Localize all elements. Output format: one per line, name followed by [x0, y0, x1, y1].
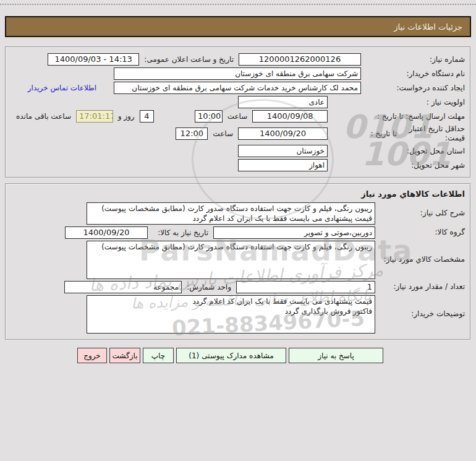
view-attached-docs-button[interactable]: مشاهده مدارک پیوستی (1) — [176, 348, 286, 363]
buyer-notes-line1: قیمت پیشنهادی می بایست فقط با یک ایران ک… — [90, 296, 372, 306]
reply-deadline-label: مهلت ارسال پاسخ: تا تاریخ : — [361, 112, 465, 121]
specs-label: مشخصات کالاي مورد نیاز: — [375, 255, 465, 265]
announce-datetime-field[interactable]: 1400/09/03 - 14:13 — [48, 53, 139, 66]
action-button-row: پاسخ به نیاز مشاهده مدارک پیوستی (1) چاپ… — [0, 348, 383, 363]
form-row-province: استان محل تحویل: خوزستان — [11, 145, 465, 157]
hours-remaining-label: ساعت باقی مانده — [11, 112, 76, 121]
quantity-label: تعداد / مقدار مورد نیاز: — [375, 282, 465, 292]
province-label: استان محل تحویل: — [361, 147, 465, 156]
reply-hour-label: ساعت — [223, 112, 253, 121]
goods-section-title: اطلاعات کالاهاي مورد نیاز — [11, 189, 465, 199]
page-title-bar: جزئیات اطلاعات نیاز — [5, 16, 471, 37]
form-row-buyer-notes: توضیحات خریدار: قیمت پیشنهادی می بایست ف… — [11, 295, 465, 334]
form-row-reply-deadline: مهلت ارسال پاسخ: تا تاریخ : 1400/09/08 س… — [11, 110, 465, 123]
need-number-field[interactable]: 1200001262000126 — [239, 53, 361, 66]
buyer-notes-field[interactable]: قیمت پیشنهادی می بایست فقط با یک ایران ک… — [87, 295, 375, 334]
until-date-label: تا تاریخ : — [370, 129, 401, 139]
form-row-price-validity: حداقل تاریخ اعتبار قیمت: تا تاریخ : 1400… — [11, 124, 465, 143]
general-desc-line1: ریبون رنگی، فیلم و کارت جهت استفاده دستگ… — [90, 204, 372, 213]
days-and-label: روز و — [113, 112, 140, 121]
unit-label: واحد شمارش: — [182, 283, 236, 291]
countdown-timer: 17:01:17 — [76, 110, 113, 123]
general-desc-label: شرح کلی نیاز: — [375, 209, 465, 218]
goods-info-groupbox: اطلاعات کالاهاي مورد نیاز شرح کلی نیاز: … — [5, 183, 471, 340]
validity-hour-label: ساعت — [208, 129, 238, 138]
priority-field[interactable]: عادی — [238, 96, 328, 108]
buyer-org-field[interactable]: شرکت سهامی برق منطقه ای خوزستان — [114, 67, 361, 80]
city-field[interactable]: اهواز — [238, 159, 328, 171]
specs-field[interactable]: ریبون رنگی، فیلم و کارت جهت استفاده دستگ… — [87, 241, 375, 279]
need-date-field[interactable]: 1400/09/20 — [65, 226, 148, 239]
reply-deadline-time-field[interactable]: 10:00 — [195, 110, 223, 123]
form-row-creator: ایجاد کننده درخواست: محمد لک کارشناس خری… — [11, 82, 465, 94]
reply-deadline-date-field[interactable]: 1400/09/08 — [252, 110, 328, 123]
announce-datetime-label: تاریخ و ساعت اعلان عمومی: — [139, 55, 239, 64]
form-row-general-desc: شرح کلی نیاز: ریبون رنگی، فیلم و کارت جه… — [11, 202, 465, 225]
goods-group-label: گروه کالا: — [375, 228, 465, 238]
buyer-notes-line2: فاکتور فروش بارگذاری گردد — [90, 306, 372, 316]
price-validity-time-field[interactable]: 12:00 — [176, 127, 208, 140]
back-button[interactable]: بازگشت — [109, 348, 140, 363]
general-desc-field[interactable]: ریبون رنگی، فیلم و کارت جهت استفاده دستگ… — [87, 202, 375, 225]
form-row-quantity: تعداد / مقدار مورد نیاز: 1 واحد شمارش: م… — [11, 281, 465, 293]
province-field[interactable]: خوزستان — [238, 145, 328, 157]
exit-button[interactable]: خروج — [77, 348, 107, 363]
price-validity-date-field[interactable]: 1400/09/20 — [238, 127, 328, 140]
print-button[interactable]: چاپ — [143, 348, 174, 363]
form-row-specs: مشخصات کالاي مورد نیاز: ریبون رنگی، فیلم… — [11, 241, 465, 279]
form-row-city: شهر محل تحویل: اهواز — [11, 159, 465, 171]
general-desc-line2: قیمت پیشنهادی می بایست فقط با یک ایران ک… — [90, 213, 372, 223]
form-row-priority: اولویت نیاز : عادی — [11, 96, 465, 108]
buyer-org-label: نام دستگاه خریدار: — [361, 69, 465, 79]
buyer-contact-link[interactable]: اطلاعات تماس خریدار — [28, 84, 96, 92]
days-remaining-field: 4 — [140, 110, 154, 123]
need-date-label: تاریخ نیاز به کالا: — [148, 228, 213, 237]
priority-label: اولویت نیاز : — [361, 98, 465, 107]
specs-line1: ریبون رنگی، فیلم و کارت جهت استفاده دستگ… — [90, 242, 372, 252]
need-info-groupbox: شماره نیاز: 1200001262000126 تاریخ و ساع… — [5, 46, 471, 178]
creator-field[interactable]: محمد لک کارشناس خرید خدمات شرکت سهامی بر… — [114, 82, 361, 94]
price-validity-label-cell: حداقل تاریخ اعتبار قیمت: تا تاریخ : — [361, 124, 465, 143]
price-validity-label: حداقل تاریخ اعتبار قیمت: — [401, 124, 465, 143]
form-row-buyer-org: نام دستگاه خریدار: شرکت سهامی برق منطقه … — [11, 67, 465, 80]
city-label: شهر محل تحویل: — [361, 161, 465, 170]
form-row-goods-group: گروه کالا: دوربین،صوتی و تصویر تاریخ نیا… — [11, 226, 465, 239]
unit-field[interactable]: مجموعه — [64, 281, 182, 293]
quantity-field[interactable]: 1 — [236, 281, 375, 293]
creator-label: ایجاد کننده درخواست: — [361, 84, 465, 93]
buyer-notes-label: توضیحات خریدار: — [375, 309, 465, 319]
need-number-label: شماره نیاز: — [361, 55, 465, 64]
top-dotted-divider — [0, 0, 476, 5]
need-details-page: { "page": { "title": "جزئیات اطلاعات نیا… — [0, 0, 476, 461]
goods-group-field[interactable]: دوربین،صوتی و تصویر — [213, 226, 375, 239]
reply-to-need-button[interactable]: پاسخ به نیاز — [289, 348, 383, 363]
form-row-need-number: شماره نیاز: 1200001262000126 تاریخ و ساع… — [11, 53, 465, 66]
page-title: جزئیات اطلاعات نیاز — [394, 22, 462, 32]
